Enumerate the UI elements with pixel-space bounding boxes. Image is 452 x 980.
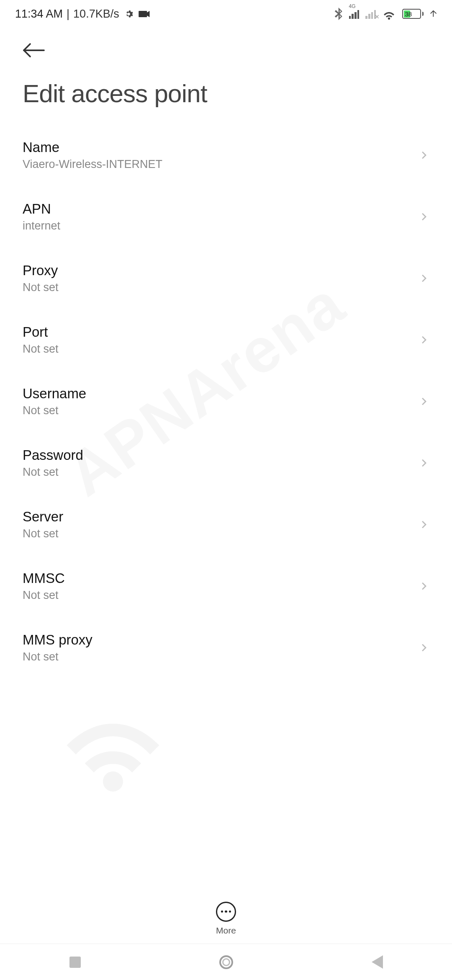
setting-name-value: Viaero-Wireless-INTERNET bbox=[23, 158, 162, 171]
setting-mmsc-label: MMSC bbox=[23, 570, 65, 586]
setting-password[interactable]: Password Not set bbox=[23, 432, 429, 494]
back-button[interactable] bbox=[23, 43, 45, 58]
watermark-wifi-icon bbox=[44, 691, 182, 792]
page-title: Edit access point bbox=[0, 60, 452, 124]
wifi-icon bbox=[382, 8, 396, 20]
setting-server-label: Server bbox=[23, 509, 63, 525]
nav-home-button[interactable] bbox=[219, 955, 233, 969]
status-separator: | bbox=[67, 8, 69, 21]
setting-server[interactable]: Server Not set bbox=[23, 494, 429, 555]
signal-sim1-icon: 4G bbox=[349, 9, 360, 19]
list-fade-overlay bbox=[0, 881, 452, 902]
setting-apn-value: internet bbox=[23, 219, 60, 232]
more-label: More bbox=[216, 926, 236, 936]
more-icon bbox=[216, 902, 236, 922]
setting-mmsc[interactable]: MMSC Not set bbox=[23, 555, 429, 617]
chevron-right-icon bbox=[418, 150, 429, 161]
chevron-right-icon bbox=[418, 642, 429, 653]
setting-port[interactable]: Port Not set bbox=[23, 309, 429, 371]
chevron-right-icon bbox=[418, 273, 429, 284]
gear-icon bbox=[123, 8, 134, 20]
nav-recents-button[interactable] bbox=[69, 957, 81, 968]
setting-port-label: Port bbox=[23, 324, 59, 340]
setting-proxy-label: Proxy bbox=[23, 263, 59, 279]
setting-mmsc-value: Not set bbox=[23, 589, 65, 602]
battery-icon: 38 bbox=[402, 9, 424, 19]
setting-port-value: Not set bbox=[23, 343, 59, 356]
setting-username[interactable]: Username Not set bbox=[23, 371, 429, 432]
setting-mms-proxy-value: Not set bbox=[23, 650, 92, 663]
setting-username-label: Username bbox=[23, 386, 86, 402]
charging-icon: 𐌣 bbox=[430, 9, 437, 19]
setting-username-value: Not set bbox=[23, 404, 86, 417]
setting-apn[interactable]: APN internet bbox=[23, 186, 429, 248]
video-camera-icon bbox=[138, 10, 151, 18]
chevron-right-icon bbox=[418, 580, 429, 592]
status-bar: 11:34 AM | 10.7KB/s 4G ✕ 38 bbox=[0, 0, 452, 28]
status-time: 11:34 AM bbox=[15, 8, 63, 21]
setting-password-label: Password bbox=[23, 447, 83, 463]
setting-name-label: Name bbox=[23, 139, 162, 155]
setting-proxy-value: Not set bbox=[23, 281, 59, 294]
nav-bar bbox=[0, 944, 452, 980]
setting-server-value: Not set bbox=[23, 527, 63, 540]
nav-back-button[interactable] bbox=[372, 955, 383, 969]
more-button[interactable]: More bbox=[0, 902, 452, 939]
setting-proxy[interactable]: Proxy Not set bbox=[23, 248, 429, 309]
setting-apn-label: APN bbox=[23, 201, 60, 217]
status-netspeed: 10.7KB/s bbox=[73, 8, 119, 21]
chevron-right-icon bbox=[418, 211, 429, 222]
battery-percentage: 38 bbox=[405, 10, 412, 18]
setting-password-value: Not set bbox=[23, 466, 83, 479]
chevron-right-icon bbox=[418, 519, 429, 530]
setting-mms-proxy-label: MMS proxy bbox=[23, 632, 92, 648]
settings-list: Name Viaero-Wireless-INTERNET APN intern… bbox=[0, 124, 452, 678]
chevron-right-icon bbox=[418, 334, 429, 346]
bluetooth-icon bbox=[334, 8, 343, 20]
chevron-right-icon bbox=[418, 457, 429, 469]
setting-mms-proxy[interactable]: MMS proxy Not set bbox=[23, 617, 429, 678]
setting-name[interactable]: Name Viaero-Wireless-INTERNET bbox=[23, 124, 429, 186]
signal-sim2-icon: ✕ bbox=[365, 9, 376, 19]
chevron-right-icon bbox=[418, 396, 429, 407]
